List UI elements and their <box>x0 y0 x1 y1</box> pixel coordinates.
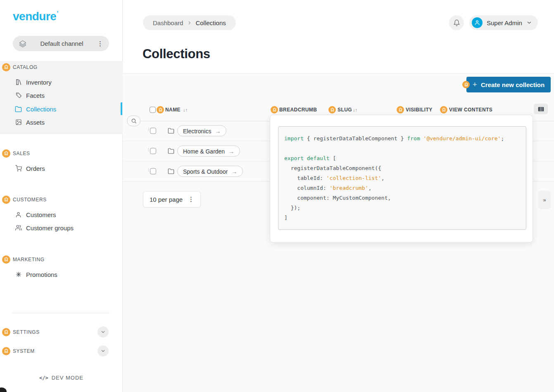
library-icon <box>15 79 22 85</box>
row-checkbox[interactable] <box>150 168 156 175</box>
extension-badge-icon[interactable] <box>328 106 336 113</box>
layers-icon <box>19 40 26 47</box>
nav-group-sales: SALES <box>2 148 30 159</box>
code-line: ] <box>284 213 520 223</box>
collection-link[interactable]: Home & Garden → <box>177 146 240 157</box>
next-page-button[interactable]: » <box>538 191 551 209</box>
extension-badge-icon[interactable] <box>2 196 10 204</box>
sidebar-item-orders[interactable]: Orders <box>15 162 45 175</box>
drag-handle[interactable]: ⋮⋮ <box>147 148 150 154</box>
sort-icon[interactable]: ↓↑ <box>183 107 188 112</box>
main-content: Dashboard › Collections Super Admin Coll… <box>123 0 554 392</box>
sidebar-item-customers[interactable]: Customers <box>15 208 56 221</box>
sidebar-item-customer-groups[interactable]: Customer groups <box>15 221 74 234</box>
code-icon: </> <box>39 375 48 381</box>
sidebar-divider <box>12 313 109 313</box>
column-header-visibility[interactable]: VISIBILITY <box>406 107 433 113</box>
column-header-name[interactable]: NAME <box>165 107 181 113</box>
page-title: Collections <box>143 47 210 61</box>
column-header-breadcrumb[interactable]: BREADCRUMB <box>279 107 317 113</box>
vendure-logo: vendure’ <box>13 10 58 23</box>
column-header-view-contents: VIEW CONTENTS <box>449 107 492 113</box>
nav-group-label: SYSTEM <box>13 348 35 354</box>
per-page-label: 10 per page <box>150 196 183 203</box>
sidebar-item-promotions[interactable]: Promotions <box>15 268 57 281</box>
breadcrumb: Dashboard › Collections <box>143 15 236 30</box>
nav-group-label: MARKETING <box>13 257 45 262</box>
create-new-collection-button[interactable]: + Create new collection <box>466 77 551 92</box>
extension-badge-icon[interactable] <box>2 149 10 158</box>
user-menu[interactable]: Super Admin <box>469 15 538 30</box>
extension-badge-icon[interactable] <box>2 63 10 71</box>
extension-badge-icon[interactable] <box>271 106 278 113</box>
system-expand-button[interactable] <box>97 345 109 357</box>
avatar <box>472 17 483 28</box>
sidebar-item-facets[interactable]: Facets <box>15 89 45 102</box>
row-checkbox[interactable] <box>150 128 156 134</box>
sidebar-item-label: Assets <box>26 119 45 126</box>
sidebar-item-inventory[interactable]: Inventory <box>15 76 52 89</box>
extension-badge-icon[interactable] <box>2 255 10 264</box>
collection-name: Home & Garden <box>183 148 225 154</box>
search-toggle[interactable] <box>127 116 140 126</box>
collection-link[interactable]: Sports & Outdoor → <box>177 166 243 177</box>
settings-expand-button[interactable] <box>97 326 109 338</box>
drag-handle[interactable]: ⋮⋮ <box>147 128 150 134</box>
breadcrumb-current[interactable]: Collections <box>195 19 226 26</box>
sidebar-item-label: Facets <box>26 92 45 99</box>
extension-badge-icon[interactable] <box>157 106 164 113</box>
sidebar-item-label: Orders <box>26 165 45 172</box>
code-line: }); <box>284 203 520 213</box>
code-line: columnId: 'breadcrumb', <box>284 183 520 193</box>
sidebar-item-collections[interactable]: Collections <box>15 102 56 116</box>
sidebar-item-assets[interactable]: Assets <box>15 116 45 129</box>
corner-blob <box>0 387 7 392</box>
collection-link[interactable]: Electronics → <box>177 125 226 137</box>
active-item-indicator <box>121 102 122 115</box>
channel-switcher[interactable]: Default channel ⋮ <box>13 36 109 51</box>
nav-group-label: SETTINGS <box>13 329 40 335</box>
search-icon <box>131 118 137 124</box>
sidebar-item-label: Customer groups <box>26 224 74 231</box>
folder-icon <box>15 106 22 113</box>
extension-badge-icon[interactable] <box>462 81 470 88</box>
code-line: import { registerDataTableComponent } fr… <box>284 134 520 144</box>
channel-menu-icon[interactable]: ⋮ <box>97 40 103 47</box>
folder-icon <box>168 148 174 154</box>
kebab-menu-icon[interactable]: ⋮ <box>188 196 194 203</box>
user-name: Super Admin <box>487 19 522 26</box>
dev-mode-toggle[interactable]: </> DEV MODE <box>0 375 123 381</box>
sort-icon[interactable]: ↓↑ <box>353 107 357 112</box>
drag-handle[interactable]: ⋮⋮ <box>147 168 150 174</box>
sidebar: vendure’ Default channel ⋮ CATALOG Inven… <box>0 0 123 392</box>
row-checkbox[interactable] <box>150 148 156 154</box>
extension-badge-icon[interactable] <box>2 347 10 355</box>
chevron-right-icon: › <box>188 18 190 27</box>
arrow-right-icon: → <box>231 168 237 175</box>
code-line: export default [ <box>284 153 520 163</box>
extension-badge-icon[interactable] <box>397 106 404 113</box>
nav-group-catalog: CATALOG <box>2 62 38 73</box>
arrow-right-icon: → <box>215 128 221 134</box>
column-header-slug[interactable]: SLUG <box>338 107 352 113</box>
extension-badge-icon[interactable] <box>2 328 10 336</box>
nav-group-label: CUSTOMERS <box>13 197 47 203</box>
tag-icon <box>15 92 22 99</box>
notifications-button[interactable] <box>449 15 464 30</box>
breadcrumb-dashboard-link[interactable]: Dashboard <box>153 19 183 26</box>
items-per-page-select[interactable]: 10 per page ⋮ <box>143 191 201 208</box>
dev-mode-popup: import { registerDataTableComponent } fr… <box>270 115 533 243</box>
chevron-down-icon <box>526 20 532 26</box>
folder-icon <box>168 128 174 134</box>
chevron-down-icon <box>100 329 106 335</box>
sidebar-item-label: Promotions <box>26 271 57 278</box>
nav-group-label: SALES <box>13 151 30 156</box>
channel-label: Default channel <box>26 40 97 47</box>
code-line: component: MyCustomComponent, <box>284 193 520 203</box>
user-icon <box>15 212 22 218</box>
column-picker-button[interactable] <box>534 104 548 114</box>
create-button-label: Create new collection <box>481 81 544 88</box>
extension-badge-icon[interactable] <box>440 106 447 113</box>
select-all-checkbox[interactable] <box>150 107 156 113</box>
logo-mark: ’ <box>57 10 58 17</box>
